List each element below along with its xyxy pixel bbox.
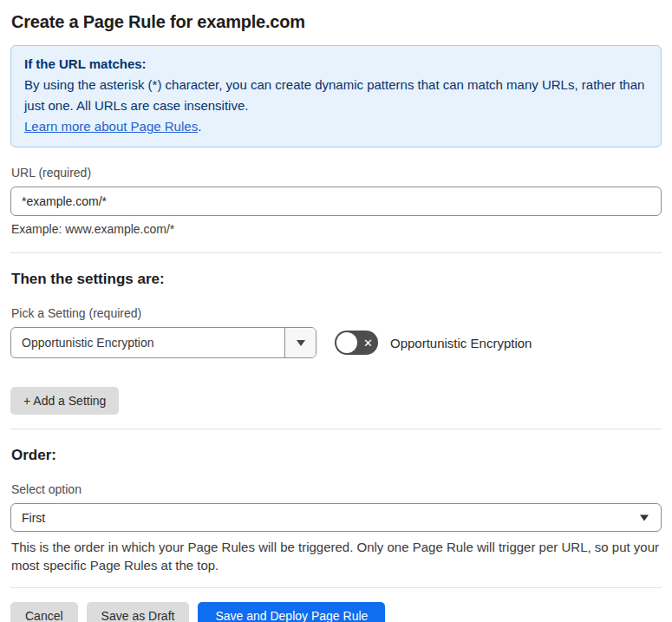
dropdown-arrow-button[interactable]: [284, 328, 316, 357]
footer-actions: Cancel Save as Draft Save and Deploy Pag…: [10, 602, 662, 622]
banner-link-suffix: .: [198, 119, 201, 134]
page-title: Create a Page Rule for example.com: [11, 12, 662, 32]
save-draft-button[interactable]: Save as Draft: [87, 602, 190, 622]
banner-heading: If the URL matches:: [24, 54, 648, 75]
add-setting-button[interactable]: + Add a Setting: [10, 387, 119, 415]
cancel-button[interactable]: Cancel: [10, 602, 78, 622]
toggle-off-x-icon: ✕: [363, 337, 373, 349]
pick-setting-label: Pick a Setting (required): [11, 306, 662, 320]
divider: [10, 252, 662, 253]
learn-more-link[interactable]: Learn more about Page Rules: [24, 119, 198, 134]
page-rule-form: Create a Page Rule for example.com If th…: [0, 0, 672, 622]
url-input[interactable]: [10, 187, 662, 216]
divider: [10, 587, 662, 588]
setting-dropdown[interactable]: Opportunistic Encryption: [10, 327, 316, 358]
banner-body: By using the asterisk (*) character, you…: [24, 75, 648, 116]
order-description: This is the order in which your Page Rul…: [11, 538, 661, 574]
order-section-heading: Order:: [11, 447, 662, 464]
chevron-down-icon: [640, 514, 649, 521]
url-field-label: URL (required): [11, 166, 662, 180]
toggle-knob: [336, 332, 357, 353]
divider: [10, 429, 662, 429]
toggle-label: Opportunistic Encryption: [390, 336, 532, 350]
order-select-value: First: [22, 511, 45, 525]
url-example-hint: Example: www.example.com/*: [11, 222, 662, 236]
chevron-down-icon: [297, 340, 305, 346]
setting-dropdown-value: Opportunistic Encryption: [11, 328, 284, 357]
save-deploy-button[interactable]: Save and Deploy Page Rule: [198, 602, 385, 622]
setting-picker-row: Opportunistic Encryption ✕ Opportunistic…: [10, 327, 662, 358]
order-select-label: Select option: [11, 482, 662, 496]
opportunistic-encryption-toggle[interactable]: ✕: [335, 331, 378, 355]
settings-section-heading: Then the settings are:: [11, 271, 662, 288]
url-match-info-banner: If the URL matches: By using the asteris…: [10, 45, 662, 147]
banner-link-line: Learn more about Page Rules.: [24, 116, 648, 137]
order-select[interactable]: First: [10, 503, 662, 532]
